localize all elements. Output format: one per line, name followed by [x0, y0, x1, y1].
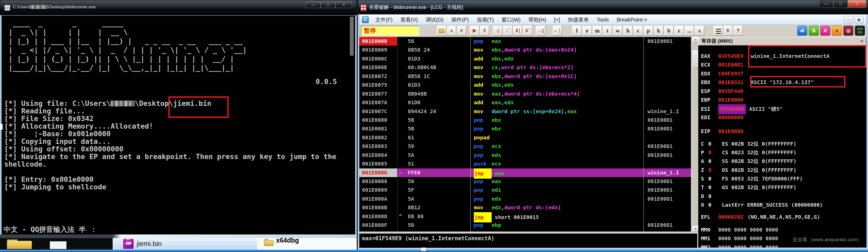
folder-icon[interactable] — [7, 241, 32, 249]
registers-header[interactable]: 寄存器 (MMX)< — [698, 37, 866, 45]
mdi-minimize-button[interactable]: — — [844, 16, 853, 23]
taskbar-edge[interactable] — [0, 250, 868, 252]
console-scrollbar-thumb[interactable] — [350, 17, 353, 56]
execute-till-return-button[interactable]: →] — [536, 26, 545, 36]
flag-row-s[interactable]: S0FS 0053 32位 7EFDD000(FFF) — [698, 175, 866, 183]
eflags-row[interactable]: EFL00000202(NO,NB,NE,A,NS,PO,GE,G) — [698, 213, 866, 221]
disasm-row-001E0072[interactable]: 001E00728B58 1Cmovebx,dword ptr ds:[eax+… — [359, 72, 691, 81]
disasm-row-001E007C[interactable]: 001E007C894424 24movdword ptr ss:[esp+0x… — [359, 107, 691, 116]
panel-button-r[interactable]: r — [674, 26, 684, 36]
disasm-row-001E0090[interactable]: 001E009050pusheax — [359, 230, 691, 231]
eip-register-row[interactable]: EIP001E0086 — [698, 127, 866, 136]
panel-button-c[interactable]: c — [633, 26, 643, 36]
go-to-address-button[interactable]: →⋮ — [553, 26, 562, 36]
panel-button-e[interactable]: e — [582, 26, 592, 36]
menu-item-w[interactable]: 窗口(W) — [498, 14, 524, 25]
scrollbar-thumb[interactable] — [692, 50, 699, 68]
minimize-button[interactable]: — — [306, 2, 320, 8]
disasm-row-001E0084[interactable]: 001E00845Apopedx001E00D1 — [359, 151, 691, 160]
console-title-bar[interactable]: C:\ C:\Users\Desktop\blobrunner.exe — □ … — [0, 0, 357, 15]
disasm-row-001E0082[interactable]: 001E008261popad — [359, 133, 691, 142]
log-window-button[interactable] — [713, 26, 723, 36]
flag-row-o[interactable]: O0LastErr ERROR_SUCCESS (00000000) — [698, 201, 866, 209]
maximize-button[interactable]: □ — [833, 0, 848, 8]
disasm-row-001E006E[interactable]: 001E006E66:8B0C4Bmovcx,word ptr ds:[ebx+… — [359, 63, 691, 72]
menu-item-h[interactable]: 帮助(H) — [524, 14, 550, 25]
panel-button-s[interactable]: s — [694, 26, 704, 36]
maximize-button[interactable]: □ — [320, 2, 336, 8]
disassembly-scrollbar[interactable]: ▲ ▼ — [692, 37, 699, 231]
menu-item-tools[interactable]: Tools — [593, 14, 613, 25]
panel-button-k[interactable]: k — [654, 26, 663, 36]
animate-into-button[interactable]: ⇓¦ — [513, 26, 522, 36]
panel-button-more[interactable]: ... — [684, 26, 694, 36]
mdi-restore-button[interactable]: ▣ — [855, 16, 864, 23]
menu-item-t[interactable]: 选项(T) — [473, 14, 498, 25]
disasm-row-001E008D[interactable]: 001E008D^EB 86jmp short 001E0015 — [359, 212, 691, 221]
splitter-grip[interactable] — [421, 248, 426, 251]
assembler-icon[interactable]: A — [820, 26, 830, 36]
flag-row-a[interactable]: A0SS 002B 32位 0(FFFFFFFF) — [698, 157, 866, 165]
cpu-window-icon[interactable]: C — [362, 16, 369, 23]
panel-button-m[interactable]: m — [592, 26, 602, 36]
mmx-row-mm0[interactable]: MM00000 0000 0000 0000 — [698, 225, 866, 234]
panel-button-h[interactable]: h — [623, 26, 633, 36]
disasm-row-001E006C[interactable]: 001E006C01D3addebx,edx — [359, 55, 691, 63]
disasm-row-001E0089[interactable]: 001E00895Fpopedi001E00D1 — [359, 186, 691, 194]
animate-over-button[interactable]: ⇓‾ — [523, 26, 532, 36]
breakpoint-icon[interactable]: ● — [832, 26, 842, 36]
target-icon[interactable]: ◎ — [843, 26, 853, 36]
explorer-window[interactable]: x64dbg — [257, 238, 357, 250]
restart-button[interactable]: « — [447, 26, 456, 36]
collapse-icon[interactable]: < — [860, 37, 863, 45]
disasm-row-001E0085[interactable]: 001E008551pushecx — [359, 160, 691, 168]
updown-icon[interactable]: ⇅ — [809, 26, 819, 36]
panel-button-b[interactable]: b — [664, 26, 674, 36]
close-debuggee-button[interactable]: × — [457, 26, 466, 36]
flag-row-c[interactable]: C0ES 002B 32位 0(FFFFFFFF) — [698, 139, 866, 148]
disasm-row-001E0075[interactable]: 001E007501D3addebx,edx — [359, 81, 691, 89]
panel-button-l[interactable]: l — [572, 26, 582, 36]
panel-button-p[interactable]: p — [644, 26, 653, 36]
menu-item-[interactable]: [+] — [550, 14, 564, 25]
flag-row-t[interactable]: T0GS 002B 32位 0(FFFFFFFF) — [698, 183, 866, 192]
menu-item-d[interactable]: 调试(D) — [422, 14, 447, 25]
menu-item-p[interactable]: 插件(P) — [447, 14, 473, 25]
panel-button-t[interactable]: t — [603, 26, 612, 36]
swap-panes-icon[interactable]: ⇄ — [797, 26, 807, 36]
disasm-row-001E008A[interactable]: 001E008A5Apopedx001E00D1 — [359, 195, 691, 203]
flag-row-p[interactable]: P0CS 0023 32位 0(FFFFFFFF) — [698, 148, 866, 157]
pause-button[interactable]: ‖ — [480, 26, 489, 36]
close-button[interactable]: × — [848, 0, 866, 8]
flag-row-d[interactable]: D0 — [698, 192, 866, 201]
disasm-row-001E0080[interactable]: 001E00805Bpopebx001E00D1 — [359, 116, 691, 124]
register-row-ebp[interactable]: EBP001E0006 — [698, 96, 866, 104]
pane-divider[interactable] — [359, 231, 697, 234]
disasm-row-001E0077[interactable]: 001E00778B048Bmoveax,dword ptr ds:[ebx+e… — [359, 90, 691, 98]
disassembly-pane[interactable]: 001E006858popeax001E00D1001E00698B58 24m… — [359, 37, 691, 231]
step-over-button[interactable]: ↓‾ — [503, 26, 512, 36]
close-button[interactable]: × — [336, 2, 352, 8]
menu-item-[interactable]: 快捷菜单 — [564, 14, 593, 25]
step-into-button[interactable]: ↓¦ — [493, 26, 502, 36]
menu-item-breakpoint[interactable]: BreakPoint-> — [613, 14, 651, 25]
register-row-edi[interactable]: EDI00000000 — [698, 113, 866, 122]
menu-item-f[interactable]: 文件(F) — [371, 14, 397, 25]
disasm-row-001E0083[interactable]: 001E008359popecx001E00D1 — [359, 142, 691, 151]
register-row-esi[interactable]: ESI7EFDD000 ASCII "磅5" — [698, 104, 866, 113]
menu-item-v[interactable]: 查看(V) — [397, 14, 422, 25]
disasm-row-001E0068[interactable]: 001E006858popeax001E00D1 — [359, 37, 691, 45]
help-button[interactable]: ? — [733, 26, 743, 36]
register-row-esp[interactable]: ESP0035F448 — [698, 87, 866, 96]
debugger-title-bar[interactable]: 吾爱破解 - blobrunner.exe - [LCG - 主线程] — □ … — [358, 0, 868, 14]
panel-button-w[interactable]: w — [613, 26, 623, 36]
hex-editor-window[interactable]: HEX▮▮▮ jiemi.bin — [113, 238, 257, 250]
open-file-button[interactable] — [437, 26, 446, 36]
mmx-row-mm2[interactable]: MM20000 0000 0000 0000 — [698, 243, 866, 248]
disasm-row-001E008F[interactable]: 001E008F5Dpopebp001E00D1 — [359, 221, 691, 229]
disasm-row-001E008B[interactable]: 001E008B8B12movedx,dword ptr ds:[edx] — [359, 203, 691, 212]
disasm-row-001E0086[interactable]: 001E0086-FFE0jmp eaxwinine_1.I — [359, 168, 691, 177]
run-button[interactable]: ▶ — [470, 26, 479, 36]
disasm-row-001E0069[interactable]: 001E00698B58 24movebx,dword ptr ds:[eax+… — [359, 45, 691, 54]
binary-icon[interactable]: 010 101 — [855, 26, 865, 36]
